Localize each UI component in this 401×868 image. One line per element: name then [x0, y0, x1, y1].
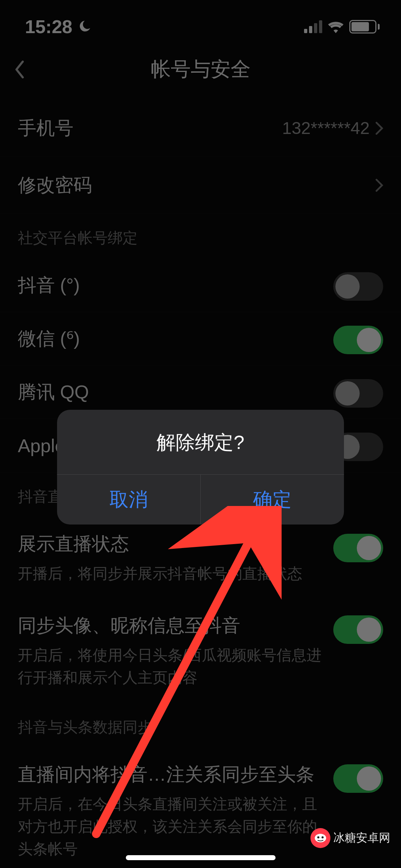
row-phone[interactable]: 手机号 132******42 [0, 100, 401, 157]
toggle-douyin[interactable] [333, 272, 383, 301]
row-sync-avatar: 同步头像、昵称信息至抖音 开启后，将使用今日头条/西瓜视频账号信息进行开播和展示… [0, 599, 401, 703]
nav-header: 帐号与安全 [0, 50, 401, 89]
home-indicator[interactable] [126, 855, 276, 860]
row-label: 修改密码 [18, 173, 92, 198]
phone-value: 132******42 [282, 118, 370, 138]
confirm-button[interactable]: 确定 [201, 475, 344, 525]
svg-point-2 [317, 836, 319, 838]
watermark-text: 冰糖安卓网 [333, 830, 390, 846]
row-title: 同步头像、昵称信息至抖音 [18, 613, 323, 638]
do-not-disturb-icon [77, 20, 92, 34]
row-label: 手机号 [18, 116, 73, 141]
row-title: 展示直播状态 [18, 532, 323, 557]
status-bar: 15:28 71 [0, 0, 401, 43]
row-sync-follow: 直播间内将抖音…注关系同步至头条 开启后，在今日头条直播间关注或被关注，且对方也… [0, 748, 401, 868]
page-title: 帐号与安全 [151, 56, 251, 83]
row-label: 微信 (⁶) [18, 326, 80, 351]
dialog-title: 解除绑定? [57, 410, 344, 475]
toggle-sync-follow[interactable] [333, 764, 383, 793]
back-button[interactable] [14, 61, 25, 78]
row-label: 腾讯 QQ [18, 380, 89, 405]
section-social-binding: 社交平台帐号绑定 [0, 214, 401, 259]
unbind-dialog: 解除绑定? 取消 确定 [57, 410, 344, 525]
row-change-password[interactable]: 修改密码 [0, 157, 401, 214]
chevron-right-icon [375, 122, 383, 135]
row-desc: 开启后，在今日头条直播间关注或被关注，且对方也开启此授权，该关注关系会同步至你的… [18, 793, 323, 860]
cancel-button[interactable]: 取消 [57, 475, 201, 525]
row-desc: 开启后，将使用今日头条/西瓜视频账号信息进行开播和展示个人主页内容 [18, 644, 323, 689]
row-douyin: 抖音 (°) [0, 259, 401, 312]
wifi-icon [328, 20, 344, 33]
battery-indicator: 71 [349, 20, 380, 33]
toggle-wechat[interactable] [333, 326, 383, 354]
row-wechat: 微信 (⁶) [0, 312, 401, 366]
row-live-status: 展示直播状态 开播后，将同步并展示抖音帐号的直播状态 [0, 517, 401, 599]
row-desc: 开播后，将同步并展示抖音帐号的直播状态 [18, 562, 323, 585]
watermark-logo-icon [310, 828, 330, 848]
section-douyin-toutiao-sync: 抖音与头条数据同步 [0, 703, 401, 748]
cellular-signal-icon [304, 20, 322, 33]
watermark: 冰糖安卓网 [310, 828, 390, 848]
row-label: 抖音 (°) [18, 273, 80, 298]
toggle-sync-avatar[interactable] [333, 615, 383, 644]
toggle-live-status[interactable] [333, 534, 383, 562]
svg-point-3 [322, 836, 324, 838]
toggle-qq[interactable] [333, 379, 383, 408]
row-title: 直播间内将抖音…注关系同步至头条 [18, 762, 323, 787]
status-time: 15:28 [25, 16, 72, 37]
chevron-right-icon [375, 179, 383, 192]
